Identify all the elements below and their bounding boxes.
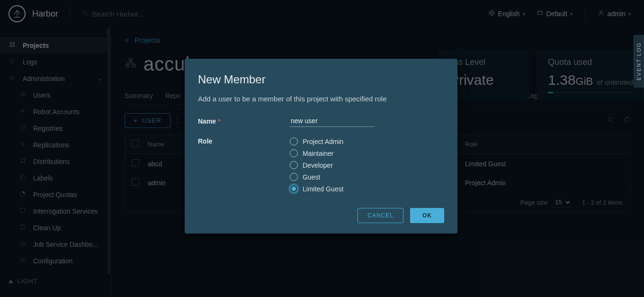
role-option-label: Maintainer xyxy=(303,150,333,157)
role-option-project-admin[interactable]: Project Admin xyxy=(290,137,343,145)
modal-title: New Member xyxy=(198,73,444,86)
role-option-label: Developer xyxy=(303,162,333,169)
radio-icon xyxy=(290,137,298,145)
radio-icon xyxy=(290,173,298,181)
new-member-modal: New Member Add a user to be a member of … xyxy=(185,59,457,234)
radio-icon xyxy=(290,161,298,169)
role-option-limited-guest[interactable]: Limited Guest xyxy=(290,185,343,193)
role-option-developer[interactable]: Developer xyxy=(290,161,343,169)
event-log-tab[interactable]: EVENT LOG xyxy=(634,35,644,88)
role-option-guest[interactable]: Guest xyxy=(290,173,343,181)
cancel-button[interactable]: CANCEL xyxy=(358,208,403,223)
modal-subtitle: Add a user to be a member of this projec… xyxy=(198,95,444,103)
member-name-input[interactable] xyxy=(290,115,375,127)
ok-button[interactable]: OK xyxy=(410,208,444,223)
radio-icon xyxy=(290,185,298,193)
role-field-label: Role xyxy=(198,137,290,193)
name-field-label: Name* xyxy=(198,117,290,125)
role-option-maintainer[interactable]: Maintainer xyxy=(290,149,343,157)
radio-icon xyxy=(290,149,298,157)
role-option-label: Limited Guest xyxy=(303,185,343,193)
role-option-label: Guest xyxy=(303,173,320,181)
role-option-label: Project Admin xyxy=(303,138,343,145)
